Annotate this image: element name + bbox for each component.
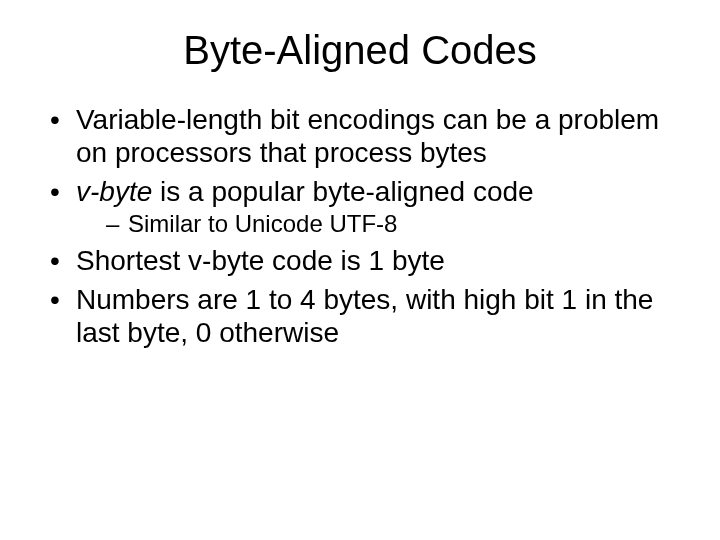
bullet-item: v-byte is a popular byte-aligned code Si… xyxy=(50,175,680,238)
bullet-item: Numbers are 1 to 4 bytes, with high bit … xyxy=(50,283,680,349)
bullet-list: Variable-length bit encodings can be a p… xyxy=(40,103,680,350)
bullet-text: Numbers are 1 to 4 bytes, with high bit … xyxy=(76,284,653,348)
sub-bullet-list: Similar to Unicode UTF-8 xyxy=(76,210,680,238)
sub-bullet-item: Similar to Unicode UTF-8 xyxy=(106,210,680,238)
slide: Byte-Aligned Codes Variable-length bit e… xyxy=(0,0,720,540)
bullet-text: is a popular byte-aligned code xyxy=(152,176,533,207)
bullet-text: Shortest v-byte code is 1 byte xyxy=(76,245,445,276)
bullet-item: Shortest v-byte code is 1 byte xyxy=(50,244,680,277)
bullet-text-italic: v-byte xyxy=(76,176,152,207)
bullet-text: Variable-length bit encodings can be a p… xyxy=(76,104,659,168)
sub-bullet-text: Similar to Unicode UTF-8 xyxy=(128,210,397,237)
bullet-item: Variable-length bit encodings can be a p… xyxy=(50,103,680,169)
slide-title: Byte-Aligned Codes xyxy=(40,28,680,73)
